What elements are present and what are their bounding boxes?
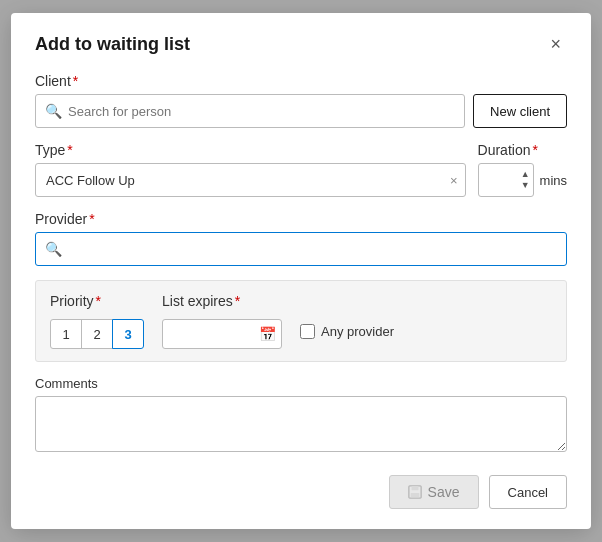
provider-label: Provider* xyxy=(35,211,567,227)
type-select-wrapper: ACC Follow Up × xyxy=(35,163,466,197)
cancel-button[interactable]: Cancel xyxy=(489,475,567,509)
priority-list-row: Priority* 1 2 3 List expires* 05/12/2022… xyxy=(50,293,552,349)
list-expires-label: List expires* xyxy=(162,293,282,309)
modal-overlay: Add to waiting list × Client* 🔍 New clie… xyxy=(0,0,602,542)
type-duration-row: Type* ACC Follow Up × Duration* 20 xyxy=(35,142,567,197)
comments-label: Comments xyxy=(35,376,567,391)
priority-button-3[interactable]: 3 xyxy=(112,319,144,349)
svg-rect-2 xyxy=(410,493,419,497)
any-provider-label: Any provider xyxy=(321,324,394,339)
priority-buttons: 1 2 3 xyxy=(50,319,144,349)
type-select[interactable]: ACC Follow Up xyxy=(35,163,466,197)
client-row: 🔍 New client xyxy=(35,94,567,128)
client-search-input[interactable] xyxy=(35,94,465,128)
type-clear-button[interactable]: × xyxy=(450,173,458,188)
close-button[interactable]: × xyxy=(544,33,567,55)
list-expires-input[interactable]: 05/12/2022 xyxy=(162,319,282,349)
duration-input-wrap: 20 ▲ ▼ xyxy=(478,163,534,197)
duration-down-button[interactable]: ▼ xyxy=(519,180,532,191)
svg-rect-1 xyxy=(411,486,418,490)
comments-section: Comments xyxy=(35,376,567,455)
priority-list-section: Priority* 1 2 3 List expires* 05/12/2022… xyxy=(35,280,567,362)
client-label: Client* xyxy=(35,73,567,89)
priority-label: Priority* xyxy=(50,293,144,309)
duration-unit: mins xyxy=(540,173,567,188)
save-button[interactable]: Save xyxy=(389,475,479,509)
provider-search-input[interactable] xyxy=(35,232,567,266)
date-input-wrap: 05/12/2022 📅 xyxy=(162,319,282,349)
any-provider-group: Any provider xyxy=(300,324,394,339)
provider-section: Provider* 🔍 xyxy=(35,211,567,266)
list-expires-group: List expires* 05/12/2022 📅 xyxy=(162,293,282,349)
modal-title: Add to waiting list xyxy=(35,34,190,55)
type-label: Type* xyxy=(35,142,466,158)
client-field: Client* 🔍 New client xyxy=(35,73,567,128)
any-provider-checkbox[interactable] xyxy=(300,324,315,339)
duration-row: 20 ▲ ▼ mins xyxy=(478,163,567,197)
client-search-wrapper: 🔍 xyxy=(35,94,465,128)
priority-group: Priority* 1 2 3 xyxy=(50,293,144,349)
footer-row: Save Cancel xyxy=(35,475,567,509)
modal-dialog: Add to waiting list × Client* 🔍 New clie… xyxy=(11,13,591,529)
duration-spinner: ▲ ▼ xyxy=(519,163,532,197)
duration-up-button[interactable]: ▲ xyxy=(519,169,532,180)
priority-button-2[interactable]: 2 xyxy=(81,319,113,349)
duration-field: Duration* 20 ▲ ▼ mins xyxy=(478,142,567,197)
provider-input-wrap: 🔍 xyxy=(35,232,567,266)
type-field: Type* ACC Follow Up × xyxy=(35,142,466,197)
modal-header: Add to waiting list × xyxy=(35,33,567,55)
priority-button-1[interactable]: 1 xyxy=(50,319,82,349)
duration-label: Duration* xyxy=(478,142,567,158)
new-client-button[interactable]: New client xyxy=(473,94,567,128)
comments-textarea[interactable] xyxy=(35,396,567,452)
save-icon xyxy=(408,485,422,499)
